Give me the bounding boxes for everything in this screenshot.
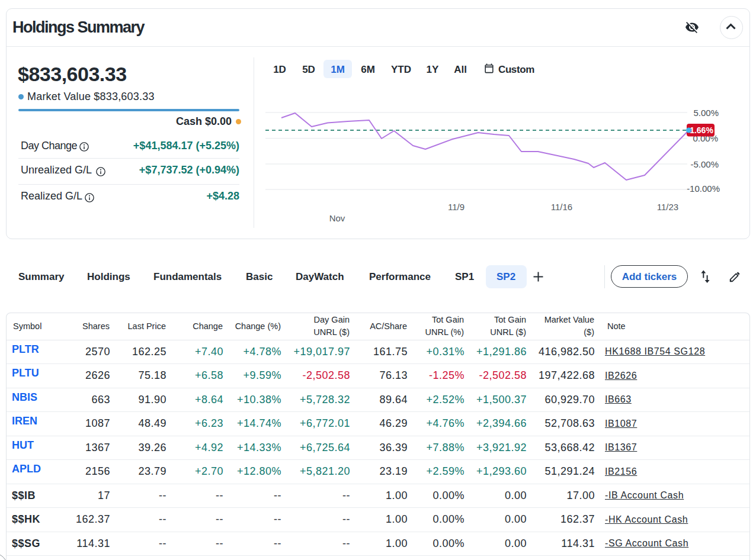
- svg-text:-10.00%: -10.00%: [687, 184, 720, 194]
- svg-text:Nov: Nov: [329, 213, 345, 223]
- svg-text:11/9: 11/9: [448, 202, 465, 212]
- svg-text:-5.00%: -5.00%: [690, 159, 719, 169]
- svg-text:11/16: 11/16: [551, 202, 572, 212]
- svg-text:5.00%: 5.00%: [693, 108, 719, 118]
- svg-text:1.66%: 1.66%: [690, 125, 713, 135]
- svg-text:11/23: 11/23: [657, 202, 678, 212]
